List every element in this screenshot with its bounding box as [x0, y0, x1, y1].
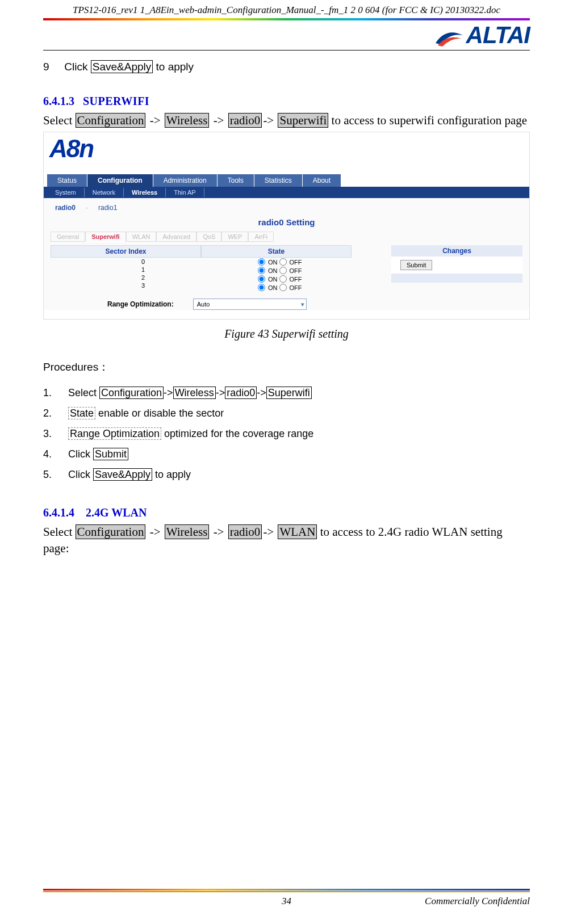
radio-sep: -: [86, 204, 88, 212]
pnum: 1.: [43, 383, 68, 403]
subtab-system[interactable]: System: [47, 188, 85, 197]
t: Select: [68, 387, 99, 398]
ctab-wlan[interactable]: WLAN: [126, 232, 157, 242]
proc-5: 5.Click Save&Apply to apply: [43, 464, 530, 485]
state-2: ON OFF: [201, 275, 352, 283]
section-num: 6.4.1.3: [43, 95, 74, 107]
sector-table-body: 0 1 2 3 ON OFF ON OFF ON OFF ON OFF: [51, 258, 352, 292]
breadcrumb-wireless: Wireless: [165, 113, 210, 128]
ref-save-apply: Save&Apply: [93, 468, 152, 481]
lead-tail: to access to superwifi configuration pag…: [328, 114, 527, 127]
tab-about[interactable]: About: [303, 174, 341, 187]
radio-on-1[interactable]: [258, 267, 265, 274]
ctab-general[interactable]: General: [51, 232, 85, 242]
breadcrumb-configuration: Configuration: [76, 524, 146, 539]
step-num: 9: [43, 61, 61, 73]
step-text-post: to apply: [153, 61, 194, 73]
pnum: 5.: [43, 464, 68, 485]
submit-wrap: Submit: [391, 257, 522, 274]
section-title: 2.4G WLAN: [86, 506, 147, 519]
arrow-icon: ->: [145, 114, 164, 127]
radio-off-2[interactable]: [279, 275, 287, 283]
proc-2: 2.State enable or disable the sector: [43, 403, 530, 423]
arrow-icon: ->: [262, 114, 278, 127]
radio-tab-radio0[interactable]: radio0: [55, 204, 76, 212]
header-gradient: [43, 18, 530, 20]
logo-text: ALTAI: [466, 22, 530, 49]
state-0: ON OFF: [201, 258, 352, 266]
sep: ->: [257, 387, 266, 398]
idx-1: 1: [141, 266, 164, 273]
idx-0: 0: [141, 258, 164, 265]
row-3: 3: [51, 282, 201, 289]
range-value: Auto: [197, 301, 210, 308]
state-1: ON OFF: [201, 266, 352, 275]
pnum: 3.: [43, 423, 68, 444]
idx-3: 3: [141, 282, 164, 289]
changes-header: Changes: [391, 245, 522, 257]
section-num: 6.4.1.4: [43, 506, 74, 519]
on-label: ON: [268, 284, 278, 291]
row-0: 0: [51, 258, 201, 266]
idx-2: 2: [141, 274, 164, 281]
off-label: OFF: [290, 276, 302, 283]
ctab-advanced[interactable]: Advanced: [156, 232, 196, 242]
ctab-qos[interactable]: QoS: [196, 232, 221, 242]
t: to apply: [152, 469, 191, 480]
tab-status[interactable]: Status: [47, 174, 87, 187]
ctab-wep[interactable]: WEP: [221, 232, 248, 242]
radio-tab-radio1[interactable]: radio1: [98, 204, 117, 212]
on-label: ON: [268, 267, 278, 274]
panel-title: radio0 Setting: [47, 216, 526, 232]
radio-on-0[interactable]: [258, 258, 265, 266]
changes-panel: Changes Submit: [391, 245, 522, 310]
radio-off-3[interactable]: [279, 284, 287, 291]
section-6413-heading: 6.4.1.3 SUPERWIFI: [43, 95, 530, 108]
state-3: ON OFF: [201, 283, 352, 292]
section-6413-lead: Select Configuration -> Wireless -> radi…: [43, 112, 530, 128]
ref-configuration: Configuration: [99, 387, 164, 399]
arrow-icon: ->: [209, 114, 228, 127]
breadcrumb-radio0: radio0: [228, 524, 262, 539]
radio-off-1[interactable]: [279, 267, 287, 274]
figure-caption: Figure 43 Superwifi setting: [43, 327, 530, 341]
tab-statistics[interactable]: Statistics: [254, 174, 303, 187]
subtab-wireless[interactable]: Wireless: [124, 188, 166, 197]
doc-header: TPS12-016_rev1 1_A8Ein_web-admin_Configu…: [43, 0, 530, 18]
lead-text: Select: [43, 114, 76, 127]
pnum: 2.: [43, 403, 68, 423]
ref-range-opt: Range Optimization: [68, 427, 161, 440]
tab-administration[interactable]: Administration: [153, 174, 218, 187]
lead-text: Select: [43, 525, 76, 539]
tab-configuration[interactable]: Configuration: [87, 174, 153, 187]
col-index: 0 1 2 3: [51, 258, 201, 292]
th-state: State: [201, 245, 352, 258]
proc-4: 4.Click Submit: [43, 444, 530, 464]
t: Click: [68, 469, 93, 480]
subtab-network[interactable]: Network: [85, 188, 124, 197]
arrow-icon: ->: [262, 525, 278, 539]
tab-tools[interactable]: Tools: [218, 174, 254, 187]
ref-wireless: Wireless: [173, 387, 216, 399]
logo-row: ALTAI: [43, 22, 530, 51]
radio-off-0[interactable]: [279, 258, 287, 266]
ref-radio0: radio0: [225, 387, 257, 399]
arrow-icon: ->: [209, 525, 228, 539]
ctab-airfi[interactable]: AirFi: [248, 232, 274, 242]
radio-on-2[interactable]: [258, 275, 265, 283]
submit-button[interactable]: Submit: [400, 260, 432, 270]
radio-on-3[interactable]: [258, 284, 265, 291]
main-tabs: Status Configuration Administration Tool…: [44, 174, 529, 187]
range-label: Range Optimization:: [107, 300, 174, 308]
subtab-thinap[interactable]: Thin AP: [166, 188, 204, 197]
range-select[interactable]: Auto ▾: [193, 299, 307, 310]
figure-superwifi-screenshot: A8n Status Configuration Administration …: [43, 132, 530, 320]
footer-row: 34 Commercially Confidential: [43, 892, 530, 907]
ctab-superwifi[interactable]: Superwifi: [85, 232, 126, 242]
th-sector-index: Sector Index: [51, 245, 201, 258]
col-state: ON OFF ON OFF ON OFF ON OFF: [201, 258, 352, 292]
breadcrumb-wireless: Wireless: [165, 524, 210, 539]
sub-tabs: System Network Wireless Thin AP: [44, 187, 529, 198]
t: optimized for the coverage range: [161, 428, 313, 439]
off-label: OFF: [290, 284, 302, 291]
